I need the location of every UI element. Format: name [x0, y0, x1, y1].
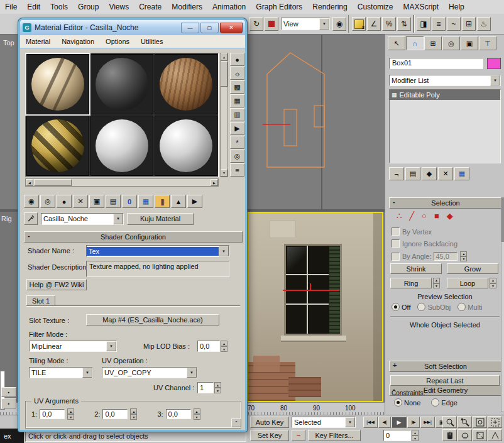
rollout-selection[interactable]: - Selection — [389, 197, 502, 209]
tab-utilities[interactable]: ⊤ — [479, 36, 496, 50]
panel-scrollbar-thumb[interactable] — [501, 198, 504, 242]
go-to-end-button[interactable]: ▶▶| — [420, 417, 435, 428]
show-end-result-stack-icon[interactable]: ▤ — [405, 167, 420, 180]
zoom-extents-icon[interactable] — [473, 416, 487, 428]
chevron-down-icon[interactable] — [345, 417, 355, 427]
material-editor-window[interactable]: G Material Editor - Casilla_Noche — ▢ ✕ … — [18, 18, 247, 432]
scrollbar-thumb[interactable] — [221, 62, 227, 87]
scroll-down-icon[interactable]: ▼ — [221, 169, 227, 177]
constraint-edge-radio[interactable] — [431, 398, 439, 407]
make-material-copy-icon[interactable]: ▣ — [89, 195, 104, 208]
curve-editor-icon[interactable]: ~ — [447, 17, 461, 31]
reference-coordinate-dropdown[interactable]: View — [281, 18, 330, 30]
scroll-right-icon[interactable]: ▶ — [211, 179, 218, 186]
play-button[interactable]: ▶ — [392, 417, 407, 428]
material-slot-5[interactable] — [90, 116, 153, 176]
uv1-spinner[interactable] — [67, 408, 74, 420]
menu-help[interactable]: Help — [444, 1, 469, 13]
tab-modify[interactable]: ∩ — [406, 36, 424, 50]
reset-map-icon[interactable]: ✕ — [73, 195, 88, 208]
arc-rotate-icon[interactable] — [457, 429, 472, 441]
scrollbar-thumb[interactable] — [34, 179, 72, 186]
menu-file[interactable]: File — [0, 1, 22, 13]
current-frame-spinner[interactable] — [412, 430, 419, 441]
menu-tools[interactable]: Tools — [45, 1, 73, 13]
by-vertex-checkbox[interactable] — [392, 227, 400, 236]
chevron-down-icon[interactable] — [106, 341, 116, 351]
rollout-soft-selection[interactable]: + Soft Selection — [389, 361, 502, 372]
shrink-button[interactable]: Shrink — [390, 263, 442, 274]
material-map-navigator-icon[interactable]: ≡ — [230, 163, 244, 177]
chevron-down-icon[interactable] — [490, 75, 500, 85]
shader-name-dropdown[interactable]: Tex — [86, 245, 229, 257]
chevron-down-icon[interactable] — [113, 214, 123, 224]
tab-hierarchy[interactable]: ⊞ — [424, 36, 442, 50]
material-name-dropdown[interactable]: Casilla_Noche — [41, 213, 124, 225]
left-dock-button[interactable]: ▪ — [1, 398, 16, 408]
make-preview-icon[interactable]: ▶ — [230, 122, 244, 135]
auto-key-button[interactable]: Auto Key — [250, 417, 289, 428]
percent-snap-icon[interactable]: % — [382, 17, 396, 31]
menu-animation[interactable]: Animation — [207, 1, 251, 13]
material-slot-1[interactable] — [26, 54, 89, 114]
menu-utilities[interactable]: Utilities — [135, 36, 168, 46]
material-editor-titlebar[interactable]: G Material Editor - Casilla_Noche — ▢ ✕ — [20, 20, 245, 35]
by-angle-checkbox[interactable] — [392, 253, 400, 261]
material-slot-3[interactable] — [155, 54, 217, 114]
put-material-to-scene-icon[interactable]: ◎ — [40, 195, 55, 208]
viewport-perspective-textured[interactable] — [247, 212, 383, 402]
go-to-start-button[interactable]: |◀◀ — [363, 417, 378, 428]
slots-vertical-scrollbar[interactable]: ▲ ▼ — [220, 53, 228, 177]
menu-modifiers[interactable]: Modifiers — [167, 1, 207, 13]
put-to-library-icon[interactable]: ▤ — [106, 195, 121, 208]
menu-maxscript[interactable]: MAXScript — [398, 1, 444, 13]
border-subobject-icon[interactable]: ○ — [422, 211, 427, 221]
menu-create[interactable]: Create — [134, 1, 167, 13]
mip-lod-bias-spinner[interactable] — [221, 341, 227, 352]
ignore-backfacing-checkbox[interactable] — [392, 239, 400, 248]
video-color-check-icon[interactable]: ▥ — [230, 108, 244, 121]
zoom-region-icon[interactable] — [488, 416, 502, 428]
filter-mode-dropdown[interactable]: MipLinear — [29, 341, 117, 352]
constraint-none-radio[interactable] — [394, 398, 402, 407]
menu-group[interactable]: Group — [73, 1, 104, 13]
chevron-down-icon[interactable] — [187, 368, 197, 378]
menu-graph-editors[interactable]: Graph Editors — [251, 1, 307, 13]
select-and-rotate-icon[interactable]: ↻ — [249, 17, 263, 31]
modifier-list-dropdown[interactable]: Modifier List — [389, 75, 501, 86]
scroll-left-icon[interactable]: ◀ — [26, 179, 33, 186]
sample-type-sphere-icon[interactable]: ● — [230, 53, 244, 66]
key-filters-button[interactable]: Key Filters... — [308, 430, 361, 441]
go-forward-to-sibling-icon[interactable]: ▶ — [187, 195, 202, 208]
uv1-field[interactable]: 0,0 — [40, 409, 65, 419]
backlight-icon[interactable]: ☼ — [230, 67, 244, 80]
maximize-viewport-icon[interactable] — [473, 429, 487, 441]
set-key-button[interactable]: Set Key — [250, 430, 289, 441]
mirror-icon[interactable]: ◨ — [417, 17, 430, 31]
zoom-icon[interactable] — [442, 416, 457, 428]
ring-spinner[interactable] — [433, 278, 440, 288]
panel-scrollbar[interactable] — [501, 197, 504, 412]
uv3-spinner[interactable] — [194, 408, 200, 420]
preview-off-radio[interactable] — [392, 303, 400, 311]
menu-edit[interactable]: Edit — [22, 1, 45, 13]
grow-button[interactable]: Grow — [447, 263, 498, 274]
angle-snap-icon[interactable]: ∠ — [367, 17, 381, 31]
slots-horizontal-scrollbar[interactable]: ◀ ▶ — [25, 178, 219, 187]
tab-motion[interactable]: ◎ — [442, 36, 460, 50]
chevron-down-icon[interactable] — [319, 18, 329, 30]
scroll-up-icon[interactable]: ▲ — [221, 53, 227, 61]
pan-hand-icon[interactable] — [442, 429, 457, 441]
pick-material-eyedropper-icon[interactable] — [24, 212, 38, 225]
next-frame-button[interactable]: |▶ — [407, 417, 420, 428]
material-slot-4[interactable] — [26, 116, 89, 176]
material-type-button[interactable]: Kuju Material — [127, 213, 194, 225]
edge-subobject-icon[interactable]: ╱ — [409, 211, 414, 221]
maximize-button[interactable]: ▢ — [200, 23, 219, 33]
select-by-material-icon[interactable]: ◎ — [230, 150, 244, 163]
uv2-spinner[interactable] — [130, 408, 137, 420]
preview-subobj-radio[interactable] — [417, 303, 425, 311]
material-slot-6[interactable] — [155, 116, 217, 176]
set-keys-toggle-button[interactable]: ~ — [292, 430, 305, 441]
tab-create[interactable]: ↖ — [388, 36, 405, 50]
